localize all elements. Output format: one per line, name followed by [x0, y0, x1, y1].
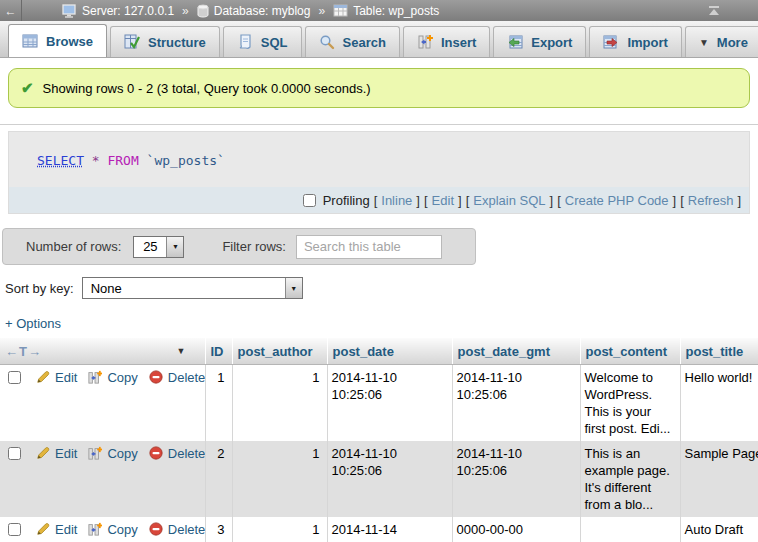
delete-row-link[interactable]: Delete	[168, 445, 205, 462]
tab-structure[interactable]: Structure	[110, 26, 220, 57]
edit-row-link[interactable]: Edit	[55, 369, 77, 386]
number-of-rows-label: Number of rows:	[26, 239, 121, 254]
tab-browse[interactable]: Browse	[8, 24, 107, 57]
filter-rows-label: Filter rows:	[222, 239, 286, 254]
cell-id: 2	[205, 441, 232, 517]
profiling-label: Profiling	[323, 193, 370, 208]
breadcrumb-separator: »	[318, 4, 325, 18]
success-check-icon: ✔	[21, 79, 34, 97]
edit-query-link[interactable]: Edit	[432, 193, 454, 208]
rows-control-bar: Number of rows: 25 ▼ Filter rows:	[2, 228, 476, 265]
collapse-left-button[interactable]: ←	[0, 0, 22, 21]
tab-export-label: Export	[531, 35, 572, 50]
tab-sql[interactable]: SQL	[223, 26, 302, 57]
tab-import[interactable]: Import	[589, 26, 681, 57]
sql-keyword-from: FROM	[107, 153, 138, 168]
cell-post-content	[580, 517, 680, 542]
row-actions: Edit Copy Delete	[4, 521, 201, 538]
row-actions: Edit Copy Delete	[4, 445, 201, 462]
tab-more[interactable]: ▼ More	[685, 26, 758, 57]
edit-row-link[interactable]: Edit	[55, 521, 77, 538]
breadcrumb-table[interactable]: Table: wp_posts	[333, 4, 439, 18]
delete-icon	[149, 370, 163, 384]
copy-row-link[interactable]: Copy	[107, 369, 137, 386]
search-icon	[319, 34, 335, 50]
bracket: ]	[737, 193, 741, 208]
sort-dropdown-icon[interactable]: ▼	[177, 346, 186, 356]
table-row: Edit Copy Delete 1 1 2014-11-10 10:25:06…	[0, 364, 758, 441]
breadcrumb-database[interactable]: Database: myblog	[197, 4, 311, 18]
row-checkbox[interactable]	[8, 523, 21, 536]
import-icon	[603, 34, 619, 50]
copy-row-link[interactable]: Copy	[107, 521, 137, 538]
sql-table-ref: `wp_posts`	[147, 153, 225, 168]
sort-by-key-label: Sort by key:	[5, 281, 74, 296]
breadcrumb: Server: 127.0.0.1 » Database: myblog » T…	[62, 4, 439, 18]
cell-post-date: 2014-11-10 10:25:06	[327, 364, 452, 441]
copy-icon	[88, 370, 102, 384]
tab-structure-label: Structure	[148, 35, 206, 50]
server-monitor-icon	[62, 4, 77, 18]
results-table: ←T→ ▼ ID post_author post_date post_date…	[0, 338, 758, 542]
header-post-title[interactable]: post_title	[680, 338, 758, 364]
cell-post-title: Sample Page	[680, 441, 758, 517]
success-message-text: Showing rows 0 - 2 (3 total, Query took …	[43, 81, 371, 96]
edit-row-link[interactable]: Edit	[55, 445, 77, 462]
options-toggle[interactable]: + Options	[5, 316, 75, 331]
copy-row-link[interactable]: Copy	[107, 445, 137, 462]
refresh-link[interactable]: Refresh	[688, 193, 734, 208]
row-checkbox[interactable]	[8, 447, 21, 460]
table-icon	[333, 4, 348, 17]
edit-pencil-icon	[36, 370, 50, 384]
breadcrumb-server-label: Server: 127.0.0.1	[82, 4, 174, 18]
sort-by-key-select[interactable]: None ▼	[82, 277, 303, 299]
sql-star: *	[92, 153, 100, 168]
cell-post-content: Welcome to WordPress. This is your first…	[580, 364, 680, 441]
header-post-author[interactable]: post_author	[232, 338, 327, 364]
filter-rows-input[interactable]	[296, 235, 442, 259]
export-icon	[507, 34, 523, 50]
table-row: Edit Copy Delete 2 1 2014-11-10 10:25:06…	[0, 441, 758, 517]
tab-search[interactable]: Search	[305, 26, 400, 57]
breadcrumb-separator: »	[182, 4, 189, 18]
cell-post-date: 2014-11-14 06:33:38	[327, 517, 452, 542]
table-row: Edit Copy Delete 3 1 2014-11-14 06:33:38…	[0, 517, 758, 542]
section-divider	[0, 124, 758, 125]
cell-post-date: 2014-11-10 10:25:06	[327, 441, 452, 517]
delete-row-link[interactable]: Delete	[168, 521, 205, 538]
tab-sql-label: SQL	[261, 35, 288, 50]
sql-keyword-select[interactable]: SELECT	[37, 153, 84, 168]
explain-sql-link[interactable]: Explain SQL	[473, 193, 545, 208]
cell-post-title: Auto Draft	[680, 517, 758, 542]
row-checkbox[interactable]	[8, 371, 21, 384]
cell-id: 1	[205, 364, 232, 441]
cell-post-author: 1	[232, 441, 327, 517]
bracket: [	[424, 193, 428, 208]
cell-id: 3	[205, 517, 232, 542]
header-actions-cell: ←T→ ▼	[0, 338, 205, 364]
tab-insert-label: Insert	[441, 35, 476, 50]
header-post-date[interactable]: post_date	[327, 338, 452, 364]
chevron-down-icon: ▼	[699, 37, 709, 48]
table-header-row: ←T→ ▼ ID post_author post_date post_date…	[0, 338, 758, 364]
profiling-checkbox[interactable]	[303, 194, 316, 207]
tab-import-label: Import	[627, 35, 667, 50]
cell-post-content: This is an example page. It's different …	[580, 441, 680, 517]
column-toggle-icon[interactable]: ←T→	[5, 344, 42, 359]
tab-export[interactable]: Export	[493, 26, 586, 57]
create-php-code-link[interactable]: Create PHP Code	[565, 193, 669, 208]
tab-browse-label: Browse	[46, 34, 93, 49]
copy-icon	[88, 522, 102, 536]
select-caret-icon: ▼	[285, 278, 302, 298]
tab-insert[interactable]: Insert	[403, 26, 490, 57]
scroll-to-top-button[interactable]	[706, 5, 722, 17]
header-post-content[interactable]: post_content	[580, 338, 680, 364]
header-id[interactable]: ID	[205, 338, 232, 364]
header-post-date-gmt[interactable]: post_date_gmt	[452, 338, 580, 364]
left-arrow-icon: ←	[5, 4, 17, 18]
inline-link[interactable]: Inline	[381, 193, 412, 208]
breadcrumb-server[interactable]: Server: 127.0.0.1	[62, 4, 174, 18]
insert-icon	[417, 34, 433, 50]
number-of-rows-select[interactable]: 25 ▼	[133, 236, 184, 258]
delete-row-link[interactable]: Delete	[168, 369, 205, 386]
